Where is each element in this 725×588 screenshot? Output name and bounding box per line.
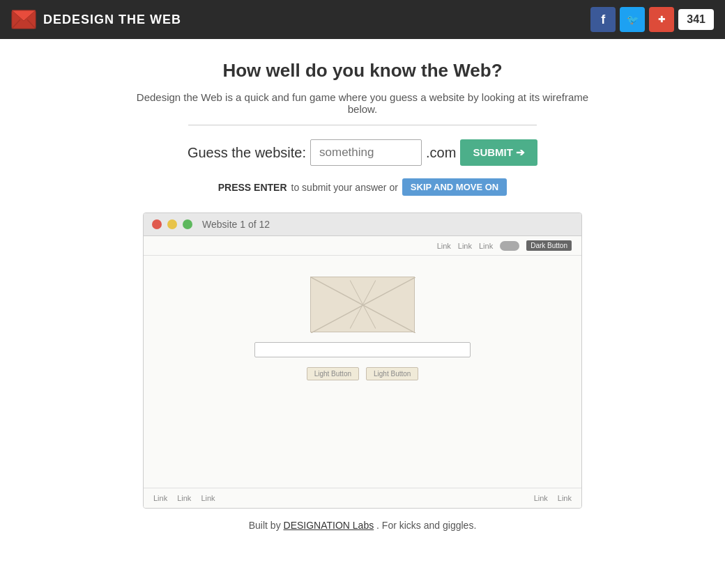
googleplus-button[interactable]: ✚: [649, 7, 674, 32]
wireframe-image-area: Light Button Light Button: [144, 256, 581, 394]
wireframe-container: Website 1 of 12 Link Link Link Dark Butt…: [143, 212, 582, 509]
wf-nav-link-2: Link: [458, 242, 472, 250]
wf-footer-link-5: Link: [558, 494, 572, 502]
divider: [188, 125, 537, 125]
header-left: DEDESIGN THE WEB: [11, 10, 181, 29]
wf-footer-link-2: Link: [177, 494, 191, 502]
header: DEDESIGN THE WEB f 🐦 ✚ 341: [0, 0, 725, 39]
window-minimize-dot: [167, 219, 177, 229]
page-title: How well do you know the Web?: [132, 60, 593, 82]
guess-area: Guess the website: .com SUBMIT ➔: [132, 139, 593, 166]
wireframe-buttons-row: Light Button Light Button: [307, 367, 419, 380]
footer-built-by: Built by: [249, 520, 281, 531]
header-right: f 🐦 ✚ 341: [590, 7, 714, 32]
wireframe-footer-right: Link Link: [534, 494, 572, 502]
wf-nav-link-1: Link: [437, 242, 451, 250]
wireframe-titlebar: Website 1 of 12: [144, 213, 581, 236]
footer-suffix: . For kicks and giggles.: [376, 520, 476, 531]
window-close-dot: [152, 219, 162, 229]
wf-dark-button: Dark Button: [526, 240, 572, 251]
guess-input[interactable]: [310, 139, 422, 166]
wireframe-image-placeholder: [310, 277, 415, 332]
designation-link[interactable]: DESIGNATION Labs: [284, 520, 374, 531]
wireframe-label: Website 1 of 12: [202, 219, 270, 230]
wf-footer-link-1: Link: [153, 494, 167, 502]
guess-label: Guess the website:: [188, 145, 306, 161]
wireframe-footer-left: Link Link Link: [153, 494, 215, 502]
wf-nav-link-3: Link: [479, 242, 493, 250]
wf-footer-link-3: Link: [201, 494, 215, 502]
wf-footer-link-4: Link: [534, 494, 548, 502]
press-enter-row: PRESS ENTER to submit your answer or SKI…: [132, 178, 593, 196]
wireframe-nav: Link Link Link Dark Button: [144, 236, 581, 256]
page-footer: Built by DESIGNATION Labs . For kicks an…: [132, 509, 593, 542]
skip-button[interactable]: SKIP AND MOVE ON: [402, 178, 507, 196]
wireframe-light-button-1: Light Button: [307, 367, 359, 380]
dot-com-label: .com: [426, 145, 456, 161]
twitter-icon: 🐦: [627, 14, 639, 25]
wireframe-light-button-2: Light Button: [366, 367, 418, 380]
logo-icon: [11, 10, 36, 29]
main-content: How well do you know the Web? Dedesign t…: [119, 39, 606, 563]
wf-toggle: [500, 241, 519, 251]
wireframe-search-bar: [254, 342, 471, 357]
submit-button[interactable]: SUBMIT ➔: [460, 139, 537, 166]
twitter-button[interactable]: 🐦: [620, 7, 645, 32]
wireframe-footer: Link Link Link Link Link: [144, 488, 581, 508]
googleplus-icon: ✚: [658, 15, 665, 24]
facebook-button[interactable]: f: [590, 7, 616, 32]
press-enter-text: PRESS ENTER: [218, 182, 287, 193]
site-title: DEDESIGN THE WEB: [43, 13, 181, 27]
wireframe-content: Link Link Link Dark Button Light Button: [144, 236, 581, 508]
submit-hint-text: to submit your answer or: [291, 182, 398, 193]
page-description: Dedesign the Web is a quick and fun game…: [132, 91, 593, 115]
share-count-badge: 341: [678, 9, 714, 30]
placeholder-x-icon: [311, 277, 415, 333]
window-maximize-dot: [183, 219, 192, 229]
facebook-icon: f: [601, 13, 605, 27]
